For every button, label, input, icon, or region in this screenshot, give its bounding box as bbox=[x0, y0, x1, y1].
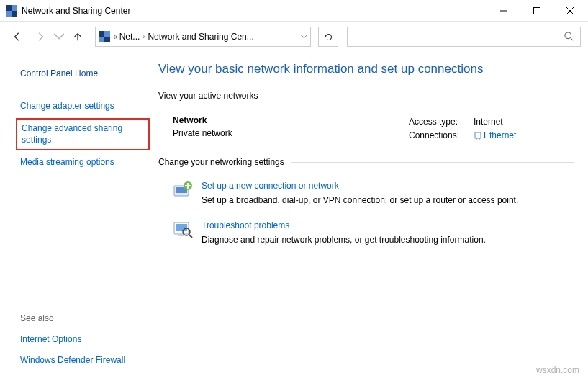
window-title: Network and Sharing Center bbox=[22, 6, 487, 16]
change-advanced-sharing-link[interactable]: Change advanced sharing settings bbox=[22, 122, 144, 147]
page-title: View your basic network information and … bbox=[158, 62, 574, 76]
troubleshoot-item: Troubleshoot problems Diagnose and repai… bbox=[158, 215, 574, 255]
breadcrumb-item[interactable]: Network and Sharing Cen... bbox=[148, 32, 253, 42]
setup-connection-icon bbox=[173, 180, 193, 200]
watermark: wsxdn.com bbox=[536, 365, 579, 375]
toolbar: « Net... › Network and Sharing Cen... bbox=[0, 22, 588, 52]
app-icon bbox=[6, 5, 17, 17]
main-panel: View your basic network information and … bbox=[151, 52, 588, 378]
svg-rect-13 bbox=[176, 224, 187, 231]
network-center-icon bbox=[99, 31, 110, 42]
troubleshoot-link[interactable]: Troubleshoot problems bbox=[202, 220, 486, 232]
svg-point-4 bbox=[565, 32, 571, 39]
windows-defender-firewall-link[interactable]: Windows Defender Firewall bbox=[20, 350, 145, 371]
highlight-annotation: Change advanced sharing settings bbox=[16, 118, 150, 151]
svg-line-5 bbox=[571, 38, 574, 41]
maximize-button[interactable] bbox=[520, 0, 553, 21]
ethernet-icon bbox=[474, 131, 482, 141]
search-input[interactable] bbox=[353, 32, 564, 42]
sidebar: Control Panel Home Change adapter settin… bbox=[0, 52, 151, 378]
svg-rect-6 bbox=[475, 132, 481, 138]
minimize-button[interactable] bbox=[487, 0, 520, 21]
forward-button[interactable] bbox=[30, 27, 50, 47]
address-dropdown-icon[interactable] bbox=[301, 35, 307, 39]
setup-connection-item: Set up a new connection or network Set u… bbox=[158, 176, 574, 215]
svg-line-16 bbox=[189, 235, 192, 238]
internet-options-link[interactable]: Internet Options bbox=[20, 329, 145, 350]
access-type-label: Access type: bbox=[409, 115, 474, 129]
recent-locations-dropdown[interactable] bbox=[53, 27, 65, 47]
troubleshoot-icon bbox=[173, 220, 193, 240]
network-type: Private network bbox=[173, 128, 394, 138]
svg-rect-1 bbox=[534, 7, 540, 14]
setup-connection-desc: Set up a broadband, dial-up, or VPN conn… bbox=[202, 194, 518, 207]
media-streaming-options-link[interactable]: Media streaming options bbox=[20, 152, 145, 173]
setup-connection-link[interactable]: Set up a new connection or network bbox=[202, 180, 518, 192]
search-icon[interactable] bbox=[564, 32, 574, 42]
network-name: Network bbox=[173, 115, 394, 125]
control-panel-home-link[interactable]: Control Panel Home bbox=[20, 63, 145, 84]
back-button[interactable] bbox=[7, 27, 27, 47]
search-box[interactable] bbox=[347, 27, 581, 47]
access-type-value: Internet bbox=[474, 115, 503, 129]
change-settings-label: Change your networking settings bbox=[158, 157, 574, 167]
active-network-panel: Network Private network Access type: Int… bbox=[158, 109, 574, 157]
connection-link[interactable]: Ethernet bbox=[484, 129, 516, 143]
up-button[interactable] bbox=[68, 27, 88, 47]
see-also-label: See also bbox=[20, 313, 145, 323]
close-button[interactable] bbox=[553, 0, 587, 21]
change-adapter-settings-link[interactable]: Change adapter settings bbox=[20, 96, 145, 117]
troubleshoot-desc: Diagnose and repair network problems, or… bbox=[202, 233, 486, 246]
breadcrumb-separator-icon: › bbox=[143, 33, 145, 40]
connections-label: Connections: bbox=[409, 129, 474, 143]
title-bar: Network and Sharing Center bbox=[0, 0, 588, 22]
active-networks-label: View your active networks bbox=[158, 91, 574, 101]
address-bar[interactable]: « Net... › Network and Sharing Cen... bbox=[95, 27, 311, 47]
refresh-button[interactable] bbox=[318, 27, 338, 47]
breadcrumb-item[interactable]: Net... bbox=[119, 32, 140, 42]
